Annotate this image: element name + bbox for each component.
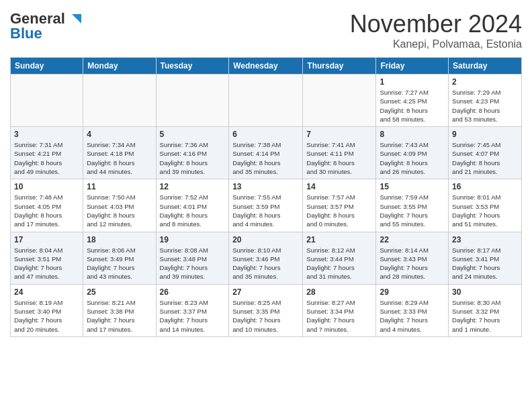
day-number: 5	[160, 130, 226, 139]
day-number: 13	[232, 182, 299, 191]
calendar-cell	[156, 75, 229, 127]
day-info: Sunrise: 7:43 AM Sunset: 4:09 PM Dayligh…	[380, 140, 445, 176]
calendar-cell	[303, 75, 376, 127]
day-info: Sunrise: 8:10 AM Sunset: 3:46 PM Dayligh…	[232, 246, 299, 281]
calendar-cell: 22Sunrise: 8:14 AM Sunset: 3:43 PM Dayli…	[376, 232, 449, 284]
day-number: 1	[380, 77, 445, 87]
calendar-cell: 9Sunrise: 7:45 AM Sunset: 4:07 PM Daylig…	[449, 127, 522, 179]
day-info: Sunrise: 8:30 AM Sunset: 3:32 PM Dayligh…	[452, 298, 518, 334]
calendar-cell: 29Sunrise: 8:29 AM Sunset: 3:33 PM Dayli…	[376, 284, 449, 336]
day-info: Sunrise: 8:06 AM Sunset: 3:49 PM Dayligh…	[87, 246, 152, 281]
day-number: 6	[232, 130, 299, 139]
day-number: 12	[160, 182, 226, 191]
calendar-cell: 23Sunrise: 8:17 AM Sunset: 3:41 PM Dayli…	[449, 232, 522, 284]
day-number: 23	[452, 235, 518, 244]
day-info: Sunrise: 7:45 AM Sunset: 4:07 PM Dayligh…	[452, 140, 518, 176]
col-wednesday: Wednesday	[229, 58, 303, 75]
calendar-cell: 30Sunrise: 8:30 AM Sunset: 3:32 PM Dayli…	[449, 284, 522, 336]
calendar-cell: 10Sunrise: 7:48 AM Sunset: 4:05 PM Dayli…	[11, 179, 83, 232]
calendar-cell: 3Sunrise: 7:31 AM Sunset: 4:21 PM Daylig…	[11, 127, 83, 179]
col-tuesday: Tuesday	[156, 58, 229, 75]
calendar-cell: 5Sunrise: 7:36 AM Sunset: 4:16 PM Daylig…	[156, 127, 229, 179]
calendar-cell: 11Sunrise: 7:50 AM Sunset: 4:03 PM Dayli…	[83, 179, 156, 232]
calendar-cell: 19Sunrise: 8:08 AM Sunset: 3:48 PM Dayli…	[156, 232, 229, 284]
calendar-cell: 28Sunrise: 8:27 AM Sunset: 3:34 PM Dayli…	[303, 284, 376, 336]
day-info: Sunrise: 8:01 AM Sunset: 3:53 PM Dayligh…	[452, 193, 518, 228]
day-info: Sunrise: 7:59 AM Sunset: 3:55 PM Dayligh…	[380, 193, 445, 228]
day-number: 26	[160, 287, 226, 297]
day-number: 17	[14, 235, 79, 244]
col-thursday: Thursday	[303, 58, 376, 75]
calendar-cell: 17Sunrise: 8:04 AM Sunset: 3:51 PM Dayli…	[11, 232, 83, 284]
day-number: 24	[14, 287, 79, 297]
day-number: 16	[452, 182, 518, 191]
day-number: 22	[380, 235, 445, 244]
calendar-cell: 2Sunrise: 7:29 AM Sunset: 4:23 PM Daylig…	[449, 75, 522, 127]
day-info: Sunrise: 7:52 AM Sunset: 4:01 PM Dayligh…	[160, 193, 226, 228]
calendar-cell: 24Sunrise: 8:19 AM Sunset: 3:40 PM Dayli…	[11, 284, 83, 336]
day-number: 29	[380, 287, 445, 297]
header: General Blue November 2024 Kanepi, Polva…	[10, 10, 522, 50]
calendar-week-row: 3Sunrise: 7:31 AM Sunset: 4:21 PM Daylig…	[11, 127, 522, 179]
calendar-cell: 25Sunrise: 8:21 AM Sunset: 3:38 PM Dayli…	[83, 284, 156, 336]
location: Kanepi, Polvamaa, Estonia	[350, 38, 522, 50]
logo-blue: Blue	[10, 25, 81, 42]
day-info: Sunrise: 8:12 AM Sunset: 3:44 PM Dayligh…	[306, 246, 372, 281]
logo: General Blue	[10, 10, 81, 42]
day-info: Sunrise: 8:21 AM Sunset: 3:38 PM Dayligh…	[87, 298, 152, 334]
day-info: Sunrise: 7:57 AM Sunset: 3:57 PM Dayligh…	[306, 193, 372, 228]
day-info: Sunrise: 7:29 AM Sunset: 4:23 PM Dayligh…	[452, 88, 518, 124]
calendar-cell: 14Sunrise: 7:57 AM Sunset: 3:57 PM Dayli…	[303, 179, 376, 232]
day-number: 11	[87, 182, 152, 191]
day-info: Sunrise: 7:27 AM Sunset: 4:25 PM Dayligh…	[380, 88, 445, 124]
day-info: Sunrise: 8:27 AM Sunset: 3:34 PM Dayligh…	[306, 298, 372, 334]
day-info: Sunrise: 7:38 AM Sunset: 4:14 PM Dayligh…	[232, 140, 299, 176]
day-number: 18	[87, 235, 152, 244]
day-info: Sunrise: 7:41 AM Sunset: 4:11 PM Dayligh…	[306, 140, 372, 176]
day-number: 20	[232, 235, 299, 244]
calendar-cell: 6Sunrise: 7:38 AM Sunset: 4:14 PM Daylig…	[229, 127, 303, 179]
calendar-week-row: 17Sunrise: 8:04 AM Sunset: 3:51 PM Dayli…	[11, 232, 522, 284]
calendar-cell: 8Sunrise: 7:43 AM Sunset: 4:09 PM Daylig…	[376, 127, 449, 179]
day-info: Sunrise: 8:25 AM Sunset: 3:35 PM Dayligh…	[232, 298, 299, 334]
calendar-cell: 27Sunrise: 8:25 AM Sunset: 3:35 PM Dayli…	[229, 284, 303, 336]
calendar-cell: 20Sunrise: 8:10 AM Sunset: 3:46 PM Dayli…	[229, 232, 303, 284]
svg-marker-0	[72, 14, 81, 24]
col-saturday: Saturday	[449, 58, 522, 75]
day-info: Sunrise: 8:29 AM Sunset: 3:33 PM Dayligh…	[380, 298, 445, 334]
day-info: Sunrise: 7:48 AM Sunset: 4:05 PM Dayligh…	[14, 193, 79, 228]
calendar-header-row: Sunday Monday Tuesday Wednesday Thursday…	[11, 58, 522, 75]
calendar-week-row: 24Sunrise: 8:19 AM Sunset: 3:40 PM Dayli…	[11, 284, 522, 336]
day-number: 28	[306, 287, 372, 297]
calendar-cell	[83, 75, 156, 127]
col-monday: Monday	[83, 58, 156, 75]
day-number: 4	[87, 130, 152, 139]
calendar-week-row: 10Sunrise: 7:48 AM Sunset: 4:05 PM Dayli…	[11, 179, 522, 232]
calendar-cell	[11, 75, 83, 127]
day-info: Sunrise: 7:50 AM Sunset: 4:03 PM Dayligh…	[87, 193, 152, 228]
calendar-cell: 18Sunrise: 8:06 AM Sunset: 3:49 PM Dayli…	[83, 232, 156, 284]
calendar-cell: 15Sunrise: 7:59 AM Sunset: 3:55 PM Dayli…	[376, 179, 449, 232]
calendar-cell: 4Sunrise: 7:34 AM Sunset: 4:18 PM Daylig…	[83, 127, 156, 179]
day-number: 14	[306, 182, 372, 191]
calendar-week-row: 1Sunrise: 7:27 AM Sunset: 4:25 PM Daylig…	[11, 75, 522, 127]
calendar-cell: 13Sunrise: 7:55 AM Sunset: 3:59 PM Dayli…	[229, 179, 303, 232]
day-info: Sunrise: 8:19 AM Sunset: 3:40 PM Dayligh…	[14, 298, 79, 334]
day-number: 15	[380, 182, 445, 191]
calendar-cell: 16Sunrise: 8:01 AM Sunset: 3:53 PM Dayli…	[449, 179, 522, 232]
page-container: General Blue November 2024 Kanepi, Polva…	[0, 0, 532, 344]
title-section: November 2024 Kanepi, Polvamaa, Estonia	[350, 10, 522, 50]
calendar-cell: 1Sunrise: 7:27 AM Sunset: 4:25 PM Daylig…	[376, 75, 449, 127]
day-number: 25	[87, 287, 152, 297]
calendar-cell: 12Sunrise: 7:52 AM Sunset: 4:01 PM Dayli…	[156, 179, 229, 232]
day-info: Sunrise: 8:14 AM Sunset: 3:43 PM Dayligh…	[380, 246, 445, 281]
day-number: 8	[380, 130, 445, 139]
day-number: 30	[452, 287, 518, 297]
day-number: 3	[14, 130, 79, 139]
day-number: 27	[232, 287, 299, 297]
day-info: Sunrise: 7:34 AM Sunset: 4:18 PM Dayligh…	[87, 140, 152, 176]
day-number: 10	[14, 182, 79, 191]
calendar-cell: 7Sunrise: 7:41 AM Sunset: 4:11 PM Daylig…	[303, 127, 376, 179]
day-number: 2	[452, 77, 518, 87]
day-info: Sunrise: 8:04 AM Sunset: 3:51 PM Dayligh…	[14, 246, 79, 281]
